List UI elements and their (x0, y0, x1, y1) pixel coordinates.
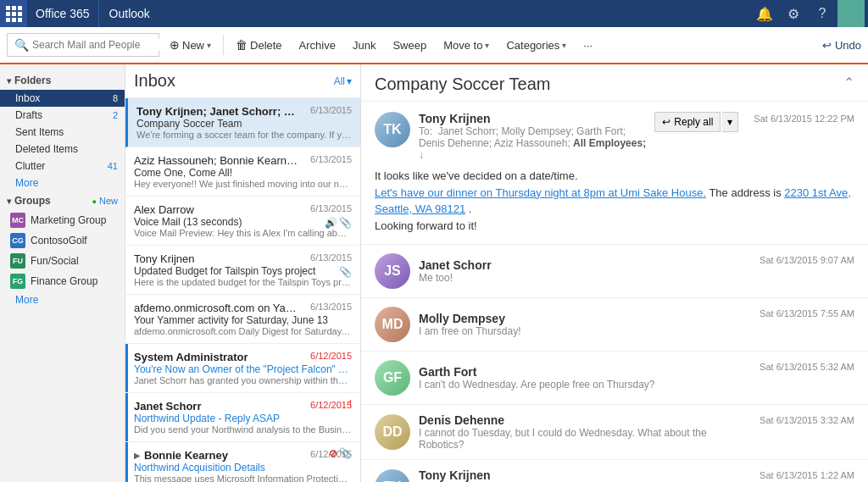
waffle-button[interactable] (0, 0, 27, 27)
email-item[interactable]: Tony Krijnen Updated Budget for Tailspin… (125, 246, 360, 295)
moveto-label: Move to (443, 39, 482, 52)
sidebar-item-deleted[interactable]: Deleted Items (0, 141, 125, 158)
email-preview: Hey everyone!! We just finished moving i… (134, 179, 352, 189)
message-date: Sat 6/13/2015 1:22 AM (760, 470, 854, 480)
message-date: Sat 6/13/2015 9:07 AM (760, 255, 854, 265)
user-avatar[interactable] (837, 0, 865, 27)
reply-options-arrow-icon: ▾ (727, 116, 732, 128)
sender-avatar: JS (375, 253, 410, 289)
message-date: Sat 6/13/2015 12:22 PM (754, 114, 854, 124)
folders-section-header[interactable]: ▾ Folders (0, 71, 125, 90)
attachment-icon: 📎 (339, 447, 352, 459)
help-icon[interactable]: ? (809, 0, 836, 27)
sidebar-item-contosogolf[interactable]: CG ContosoGolf (0, 230, 125, 251)
email-subject: Voice Mail (13 seconds) (134, 216, 352, 228)
message-block-collapsed[interactable]: TK Tony Krijnen Good point, Garth. Let's… (361, 460, 868, 482)
email-item[interactable]: ▶ Bonnie Kearney Northwind Acquisition D… (125, 442, 360, 482)
clutter-label: Clutter (15, 160, 45, 172)
email-preview: afdemo.onmicrosoft.com Daily Digest for … (134, 326, 352, 336)
email-item[interactable]: afdemo.onmicrosoft.com on Yammer Your Ya… (125, 295, 360, 344)
sweep-button[interactable]: Sweep (386, 33, 433, 57)
archive-button[interactable]: Archive (292, 33, 342, 57)
unread-indicator (125, 393, 128, 441)
email-item[interactable]: System Administrator You're Now an Owner… (125, 344, 360, 393)
email-preview: Did you send your Northwind analysis to … (134, 424, 352, 435)
attachment-icon: 📎 (339, 266, 352, 278)
undo-button[interactable]: ↩ Undo (822, 39, 861, 52)
groups-chevron-icon: ▾ (7, 197, 11, 206)
message-block-collapsed[interactable]: MD Molly Dempsey I am free on Thursday! … (361, 298, 868, 352)
delete-button[interactable]: 🗑 Delete (229, 33, 289, 57)
categories-button[interactable]: Categories ▾ (499, 33, 573, 57)
moveto-arrow-icon: ▾ (485, 41, 489, 50)
settings-icon[interactable]: ⚙ (780, 0, 807, 27)
junk-button[interactable]: Junk (346, 33, 382, 57)
main-area: ▾ Folders Inbox 8 Drafts 2 Sent Items De… (0, 64, 868, 482)
funsocial-label: Fun/Social (31, 255, 79, 267)
message-block-collapsed[interactable]: JS Janet Schorr Me too! Sat 6/13/2015 9:… (361, 245, 868, 298)
all-filter-button[interactable]: All ▾ (334, 75, 352, 87)
message-preview: I can't do Wednesday. Are people free on… (419, 379, 654, 391)
sidebar-item-funsocial[interactable]: FU Fun/Social (0, 251, 125, 271)
more-groups-button[interactable]: More (0, 291, 125, 308)
collapse-button[interactable]: ⌃ (843, 75, 854, 91)
body-mid: The address is (709, 186, 781, 199)
sent-label: Sent Items (15, 126, 64, 138)
sidebar-item-marketing-group[interactable]: MC Marketing Group (0, 210, 125, 230)
message-sender: Garth Fort (419, 365, 654, 379)
groups-section-header[interactable]: ▾ Groups ● New (0, 191, 125, 210)
sidebar-item-finance-group[interactable]: FG Finance Group (0, 271, 125, 291)
unread-indicator (125, 442, 128, 482)
toolbar-separator (223, 35, 224, 55)
search-box[interactable]: 🔍 (7, 33, 159, 57)
reply-all-button[interactable]: ↩ Reply all (654, 112, 721, 132)
more-label: ··· (583, 39, 593, 52)
new-group-badge[interactable]: ● New (92, 196, 118, 206)
marketing-group-label: Marketing Group (31, 214, 106, 226)
message-top: TK Tony Krijnen To: Janet Schorr; Molly … (375, 112, 854, 161)
email-item[interactable]: Alex Darrow Voice Mail (13 seconds) Voic… (125, 197, 360, 246)
bell-icon[interactable]: 🔔 (751, 0, 778, 27)
forward-icon: ▶ (134, 451, 141, 460)
sidebar-item-inbox[interactable]: Inbox 8 (0, 90, 125, 107)
email-preview: This message uses Microsoft Information … (134, 474, 352, 482)
reply-options-button[interactable]: ▾ (722, 112, 738, 132)
email-attachment-icons: 📎 (339, 266, 352, 278)
dinner-link[interactable]: Let's have our dinner on Thursday night … (375, 186, 706, 199)
contosogolf-avatar: CG (10, 233, 25, 248)
message-sender: Janet Schorr (419, 258, 492, 272)
message-preview: I am free on Thursday! (419, 325, 521, 337)
new-label: New (182, 39, 204, 52)
inbox-label: Inbox (15, 92, 40, 104)
message-actions: ↩ Reply all ▾ (654, 112, 738, 132)
more-folders-button[interactable]: More (0, 175, 125, 191)
more-button[interactable]: ··· (576, 33, 599, 57)
message-sender: Tony Krijnen (419, 112, 646, 125)
email-sender: Bonnie Kearney (144, 449, 279, 462)
email-date: 6/13/2015 (310, 252, 352, 263)
sidebar-item-clutter[interactable]: Clutter 41 (0, 158, 125, 175)
new-button[interactable]: ⊕ New ▾ (163, 33, 218, 57)
moveto-button[interactable]: Move to ▾ (437, 33, 496, 57)
message-block-collapsed[interactable]: GF Garth Fort I can't do Wednesday. Are … (361, 352, 868, 405)
new-arrow-icon: ▾ (207, 41, 211, 50)
email-date: 6/13/2015 (310, 105, 352, 115)
message-block-collapsed[interactable]: DD Denis Dehenne I cannot do Tuesday, bu… (361, 405, 868, 460)
finance-group-avatar: FG (10, 274, 25, 289)
email-subject: Company Soccer Team (136, 118, 352, 130)
email-item[interactable]: Tony Krijnen; Janet Schorr; Molly D... C… (125, 98, 360, 147)
email-item[interactable]: Janet Schorr Northwind Update - Reply AS… (125, 393, 360, 442)
groups-label: Groups (14, 195, 51, 207)
drafts-label: Drafts (15, 109, 42, 121)
reading-pane-title: Company Soccer Team (375, 75, 843, 94)
collapsed-message-info: Molly Dempsey I am free on Thursday! (419, 312, 521, 337)
sidebar-item-drafts[interactable]: Drafts 2 (0, 107, 125, 124)
search-input[interactable] (32, 39, 159, 51)
email-item[interactable]: Aziz Hassouneh; Bonnie Kearney; D... Com… (125, 147, 360, 197)
email-attachment-icons: 🔊 📎 (325, 217, 352, 229)
sidebar-item-sent[interactable]: Sent Items (0, 124, 125, 141)
message-body: It looks like we've decided on a date/ti… (375, 168, 854, 234)
body-end: . (469, 202, 472, 215)
email-subject: Updated Budget for Tailspin Toys project (134, 265, 352, 277)
waffle-icon (6, 6, 22, 22)
